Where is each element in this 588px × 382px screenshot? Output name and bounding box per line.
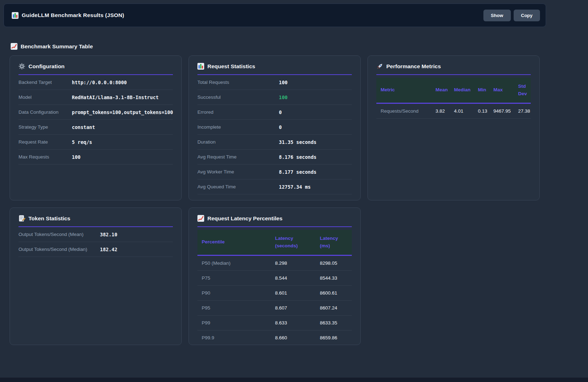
row-label: Avg Queued Time <box>197 184 279 189</box>
bottom-strip <box>0 377 588 382</box>
request-statistics-rows: Total Requests100Successful100Errored0In… <box>197 75 352 194</box>
table-cell: 8.660 <box>271 330 316 345</box>
stat-row: Output Tokens/Second (Median)182.42 <box>18 242 173 257</box>
gear-icon <box>18 63 25 70</box>
section-title: Benchmark Summary Table <box>21 43 93 50</box>
request-statistics-card-title: Request Statistics <box>207 63 255 70</box>
table-row: Requests/Second3.824.010.139467.9527.38 <box>376 103 531 118</box>
row-value: 8.177 seconds <box>279 169 317 175</box>
table-cell: P99 <box>197 315 271 330</box>
row-value: prompt_tokens=100,output_tokens=100 <box>72 109 173 115</box>
row-label: Total Requests <box>197 80 279 85</box>
row-label: Avg Worker Time <box>197 169 279 174</box>
table-cell: 9467.95 <box>490 103 514 118</box>
show-button[interactable]: Show <box>483 10 511 21</box>
table-cell: P75 <box>197 270 271 285</box>
page: GuideLLM Benchmark Results (JSON) Show C… <box>4 4 546 345</box>
column-header: Metric <box>376 78 432 103</box>
latency-percentiles-card-header: Request Latency Percentiles <box>197 215 352 227</box>
row-label: Max Requests <box>18 154 72 160</box>
row-label: Output Tokens/Second (Median) <box>18 247 100 252</box>
performance-metrics-card-title: Performance Metrics <box>386 63 441 70</box>
table-cell: 0.13 <box>475 103 490 118</box>
table-row: P908.6018600.61 <box>197 285 352 300</box>
configuration-card: Configuration Backend Targethttp://0.0.0… <box>10 55 182 200</box>
row-value: 12757.34 ms <box>279 184 311 190</box>
token-statistics-rows: Output Tokens/Second (Mean)382.10Output … <box>18 227 173 257</box>
token-statistics-card-title: Token Statistics <box>28 215 70 222</box>
column-header: Std Dev <box>514 78 531 103</box>
bar-chart-icon <box>12 12 18 19</box>
row-label: Model <box>18 95 72 100</box>
performance-metrics-card: Performance Metrics MetricMeanMedianMinM… <box>367 55 540 200</box>
cards-grid: Configuration Backend Targethttp://0.0.0… <box>4 55 546 345</box>
row-label: Avg Request Time <box>197 154 279 160</box>
stat-row: Incomplete0 <box>197 120 352 135</box>
stat-row: Avg Request Time8.176 seconds <box>197 150 352 165</box>
row-label: Successful <box>197 95 279 100</box>
configuration-card-title: Configuration <box>28 63 65 70</box>
column-header: Min <box>475 78 490 103</box>
table-row: P998.6338633.35 <box>197 315 352 330</box>
stat-row: ModelRedHatAI/Llama-3.1-8B-Instruct <box>18 90 173 105</box>
table-cell: 8.298 <box>271 255 316 270</box>
row-value: 100 <box>72 154 80 160</box>
table-cell: P50 (Median) <box>197 255 271 270</box>
column-header: Mean <box>432 78 450 103</box>
table-row: P50 (Median)8.2988298.05 <box>197 255 352 270</box>
stat-row: Duration31.35 seconds <box>197 135 352 150</box>
row-value: 5 req/s <box>72 139 92 145</box>
column-header: Median <box>450 78 474 103</box>
request-statistics-card: Request Statistics Total Requests100Succ… <box>189 55 361 200</box>
table-cell: 8544.33 <box>316 270 352 285</box>
configuration-card-header: Configuration <box>18 63 173 75</box>
row-label: Output Tokens/Second (Mean) <box>18 232 100 237</box>
row-label: Request Rate <box>18 139 72 145</box>
table-cell: 8.601 <box>271 285 316 300</box>
row-label: Incomplete <box>197 124 279 130</box>
performance-metrics-card-header: Performance Metrics <box>376 63 531 75</box>
row-value: 0 <box>279 109 282 115</box>
stat-row: Avg Worker Time8.177 seconds <box>197 165 352 179</box>
row-value: http://0.0.0.0:8000 <box>72 80 127 85</box>
table-cell: 4.01 <box>450 103 474 118</box>
page-title: GuideLLM Benchmark Results (JSON) <box>22 12 124 18</box>
stat-row: Backend Targethttp://0.0.0.0:8000 <box>18 75 173 90</box>
configuration-rows: Backend Targethttp://0.0.0.0:8000ModelRe… <box>18 75 173 165</box>
row-label: Errored <box>197 109 279 115</box>
performance-metrics-table: MetricMeanMedianMinMaxStd DevRequests/Se… <box>376 78 531 119</box>
stat-row: Output Tokens/Second (Mean)382.10 <box>18 227 173 242</box>
table-row: P758.5448544.33 <box>197 270 352 285</box>
table-cell: 8.633 <box>271 315 316 330</box>
stat-row: Errored0 <box>197 105 352 120</box>
table-cell: 3.82 <box>432 103 450 118</box>
stat-row: Strategy Typeconstant <box>18 120 173 135</box>
rocket-icon <box>376 63 383 70</box>
table-cell: 27.38 <box>514 103 531 118</box>
row-label: Backend Target <box>18 80 72 85</box>
row-value: 0 <box>279 124 282 130</box>
row-value: 382.10 <box>100 232 117 237</box>
token-statistics-card-header: Token Statistics <box>18 215 173 227</box>
table-cell: Requests/Second <box>376 103 432 118</box>
line-chart-icon <box>11 43 17 50</box>
copy-button[interactable]: Copy <box>514 10 540 21</box>
table-cell: 8633.35 <box>316 315 352 330</box>
row-value: constant <box>72 124 95 130</box>
latency-percentiles-table: PercentileLatency (seconds)Latency (ms)P… <box>197 230 352 345</box>
row-value: 8.176 seconds <box>279 154 317 160</box>
column-header: Latency (seconds) <box>271 230 316 255</box>
column-header: Latency (ms) <box>316 230 352 255</box>
table-cell: 8298.05 <box>316 255 352 270</box>
table-row: P958.6078607.24 <box>197 300 352 315</box>
stat-row: Avg Queued Time12757.34 ms <box>197 179 352 194</box>
table-cell: 8.607 <box>271 300 316 315</box>
stat-row: Max Requests100 <box>18 150 173 165</box>
table-row: P99.98.6608659.86 <box>197 330 352 345</box>
stat-row: Total Requests100 <box>197 75 352 90</box>
row-value: RedHatAI/Llama-3.1-8B-Instruct <box>72 95 159 100</box>
column-header: Percentile <box>197 230 271 255</box>
table-cell: 8600.61 <box>316 285 352 300</box>
header-bar: GuideLLM Benchmark Results (JSON) Show C… <box>4 4 546 27</box>
column-header: Max <box>490 78 514 103</box>
